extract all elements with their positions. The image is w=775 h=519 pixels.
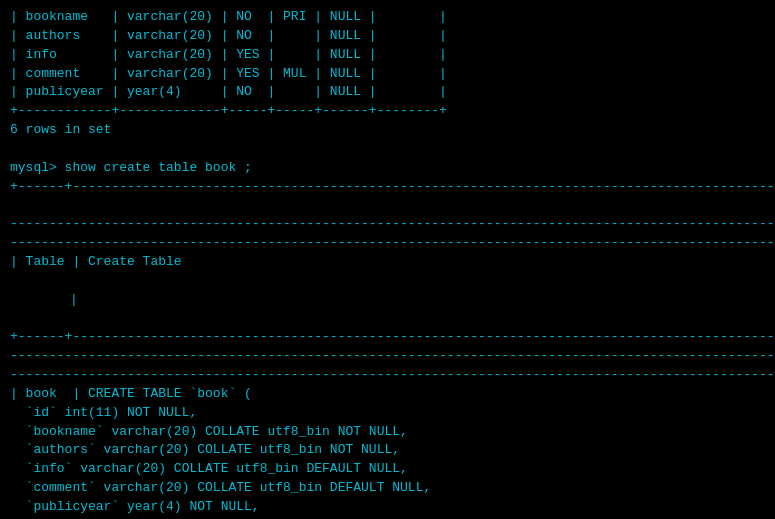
line-17 [10, 310, 765, 329]
line-24: `authors` varchar(20) COLLATE utf8_bin N… [10, 441, 765, 460]
line-3: | info | varchar(20) | YES | | NULL | | [10, 46, 765, 65]
line-20: ----------------------------------------… [10, 366, 765, 385]
line-13: ----------------------------------------… [10, 234, 765, 253]
line-22: `id` int(11) NOT NULL, [10, 404, 765, 423]
line-1: | bookname | varchar(20) | NO | PRI | NU… [10, 8, 765, 27]
line-7: 6 rows in set [10, 121, 765, 140]
line-10: +------+--------------------------------… [10, 178, 765, 197]
line-11 [10, 196, 765, 215]
terminal-window: | bookname | varchar(20) | NO | PRI | NU… [0, 0, 775, 519]
line-16: | [10, 291, 765, 310]
line-15 [10, 272, 765, 291]
line-8 [10, 140, 765, 159]
line-27: `publicyear` year(4) NOT NULL, [10, 498, 765, 517]
line-12: ----------------------------------------… [10, 215, 765, 234]
line-23: `bookname` varchar(20) COLLATE utf8_bin … [10, 423, 765, 442]
line-25: `info` varchar(20) COLLATE utf8_bin DEFA… [10, 460, 765, 479]
line-26: `comment` varchar(20) COLLATE utf8_bin D… [10, 479, 765, 498]
line-5: | publicyear | year(4) | NO | | NULL | | [10, 83, 765, 102]
line-14: | Table | Create Table [10, 253, 765, 272]
line-21: | book | CREATE TABLE `book` ( [10, 385, 765, 404]
line-18: +------+--------------------------------… [10, 328, 765, 347]
line-19: ----------------------------------------… [10, 347, 765, 366]
line-2: | authors | varchar(20) | NO | | NULL | … [10, 27, 765, 46]
line-4: | comment | varchar(20) | YES | MUL | NU… [10, 65, 765, 84]
line-9: mysql> show create table book ; [10, 159, 765, 178]
line-6: +------------+-------------+-----+-----+… [10, 102, 765, 121]
